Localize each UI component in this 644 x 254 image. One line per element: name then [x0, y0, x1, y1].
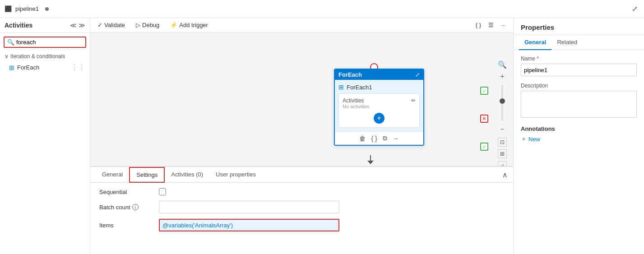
- name-label: Name *: [521, 55, 637, 62]
- bottom-tabs: General Settings Activities (0) User pro…: [90, 167, 513, 183]
- foreach-activity-item[interactable]: ⊞ ForEach ⋮⋮: [0, 61, 90, 74]
- trigger-icon: ⚡: [170, 22, 177, 28]
- batch-count-label-container: Batch count i: [99, 204, 153, 211]
- foreach-header-label: ForEach: [338, 71, 362, 78]
- no-activities-label: No activities: [343, 104, 416, 109]
- foreach-body: ⊞ ForEach1 Activities ✏ No activities +: [335, 80, 423, 131]
- canvas[interactable]: 🔍 ＋ － ⊡ ⊞ ↙ ForEach ⤢ ⊞: [90, 32, 513, 166]
- tab-activities[interactable]: Activities (0): [165, 167, 209, 182]
- collapse-icon[interactable]: ≪: [70, 22, 77, 29]
- foreach-footer: 🗑 { } ⧉ →: [335, 131, 423, 145]
- sidebar-header: Activities ≪ ≫: [0, 18, 90, 33]
- pipeline-icon: ⬛: [5, 5, 12, 12]
- connector-items: ✓ ✕ ✓: [480, 87, 488, 151]
- grid-button[interactable]: ⊞: [498, 149, 507, 158]
- main-layout: Activities ≪ ≫ 🔍 ∨ Iteration & condition…: [0, 18, 644, 254]
- name-input[interactable]: [521, 64, 637, 76]
- validate-icon: ✓: [97, 22, 102, 28]
- sequential-row: Sequential: [99, 188, 504, 195]
- properties-tabs: General Related: [514, 35, 644, 50]
- toolbar-right: { } ☰ ···: [474, 21, 508, 29]
- code-button[interactable]: { }: [474, 21, 483, 29]
- drag-handle[interactable]: ⋮⋮: [71, 63, 85, 72]
- arrow-button[interactable]: →: [393, 134, 399, 142]
- name-required: *: [537, 55, 539, 62]
- properties-panel: Properties General Related Name * Descri…: [513, 18, 644, 254]
- fit-view-button[interactable]: ⊡: [498, 138, 507, 147]
- plus-icon: ＋: [521, 135, 527, 143]
- center-area: ✓ Validate ▷ Debug ⚡ Add trigger { } ☰ ·…: [90, 18, 513, 254]
- collapse-all-button[interactable]: ↙: [498, 161, 507, 166]
- sidebar-header-icons: ≪ ≫: [70, 22, 85, 29]
- batch-count-info-icon[interactable]: i: [132, 204, 139, 210]
- foreach-header: ForEach ⤢: [335, 69, 423, 80]
- search-zoom-icon[interactable]: 🔍: [497, 60, 508, 70]
- activities-sidebar: Activities ≪ ≫ 🔍 ∨ Iteration & condition…: [0, 18, 90, 254]
- fail-connector: ✕: [480, 115, 488, 123]
- zoom-out-button[interactable]: －: [498, 124, 507, 135]
- copy-button[interactable]: ⧉: [383, 134, 387, 142]
- unsaved-dot: [45, 7, 49, 11]
- search-input[interactable]: [16, 39, 83, 46]
- edit-icon[interactable]: ✏: [411, 97, 416, 104]
- sequential-checkbox[interactable]: [159, 188, 166, 195]
- foreach-activity-name: ForEach1: [347, 84, 372, 91]
- category-header[interactable]: ∨ Iteration & conditionals: [0, 51, 90, 61]
- code-node-button[interactable]: { }: [371, 134, 377, 142]
- more-button[interactable]: ···: [499, 21, 508, 29]
- annotations-label: Annotations: [521, 125, 637, 132]
- zoom-slider-thumb: [500, 98, 505, 104]
- add-trigger-button[interactable]: ⚡ Add trigger: [168, 21, 210, 29]
- delete-button[interactable]: 🗑: [359, 134, 366, 142]
- expand-icon[interactable]: ≫: [79, 22, 85, 29]
- bottom-content: Sequential Batch count i Items: [90, 183, 513, 242]
- description-textarea[interactable]: [521, 91, 637, 118]
- expand-button[interactable]: ⤢: [630, 4, 639, 14]
- batch-count-input[interactable]: [159, 201, 339, 213]
- validate-label: Validate: [104, 22, 125, 28]
- items-input[interactable]: [159, 219, 339, 231]
- batch-count-row: Batch count i: [99, 201, 504, 213]
- zoom-controls: 🔍 ＋ － ⊡ ⊞ ↙: [497, 60, 508, 166]
- category-label: Iteration & conditionals: [10, 53, 65, 60]
- new-label: New: [528, 136, 540, 143]
- bottom-panel: General Settings Activities (0) User pro…: [90, 166, 513, 254]
- foreach-activity-icon: ⊞: [338, 83, 344, 91]
- items-label: Items: [99, 222, 153, 229]
- tab-general[interactable]: General: [96, 167, 129, 182]
- properties-body: Name * Description Annotations ＋ New: [514, 50, 644, 155]
- foreach-activity-row: ⊞ ForEach1: [338, 83, 420, 91]
- foreach-inner-header: Activities ✏: [343, 97, 416, 104]
- top-bar-right: ⤢: [630, 4, 639, 14]
- debug-button[interactable]: ▷ Debug: [134, 21, 161, 29]
- success-connector: ✓: [480, 87, 488, 95]
- search-box: 🔍: [4, 37, 86, 48]
- name-field: Name *: [521, 55, 637, 76]
- list-button[interactable]: ☰: [486, 21, 496, 29]
- foreach-expand-button[interactable]: ⤢: [415, 72, 420, 78]
- foreach-label: ForEach: [17, 64, 68, 71]
- toolbar: ✓ Validate ▷ Debug ⚡ Add trigger { } ☰ ·…: [90, 18, 513, 32]
- items-row: Items: [99, 219, 504, 231]
- top-bar: ⬛ pipeline1 ⤢: [0, 0, 644, 18]
- sequential-label: Sequential: [99, 189, 153, 195]
- search-icon: 🔍: [7, 39, 14, 46]
- debug-label: Debug: [142, 22, 159, 28]
- annotations-field: Annotations ＋ New: [521, 125, 637, 143]
- collapse-panel-button[interactable]: ∧: [502, 171, 508, 179]
- chevron-down-icon: ∨: [5, 53, 9, 60]
- foreach-node[interactable]: ForEach ⤢ ⊞ ForEach1 Activities ✏ No act…: [334, 69, 424, 146]
- properties-title: Properties: [514, 18, 644, 35]
- sidebar-title: Activities: [5, 22, 32, 29]
- zoom-in-button[interactable]: ＋: [498, 71, 507, 82]
- batch-count-label: Batch count: [99, 204, 130, 211]
- props-tab-general[interactable]: General: [519, 35, 551, 50]
- validate-button[interactable]: ✓ Validate: [96, 21, 127, 29]
- description-field: Description: [521, 83, 637, 119]
- tab-settings[interactable]: Settings: [129, 167, 165, 183]
- props-tab-related[interactable]: Related: [551, 35, 583, 50]
- tab-user-properties[interactable]: User properties: [209, 167, 262, 182]
- bottom-arrow: [367, 161, 374, 164]
- add-annotation-button[interactable]: ＋ New: [521, 135, 540, 143]
- add-activity-button[interactable]: +: [374, 113, 385, 124]
